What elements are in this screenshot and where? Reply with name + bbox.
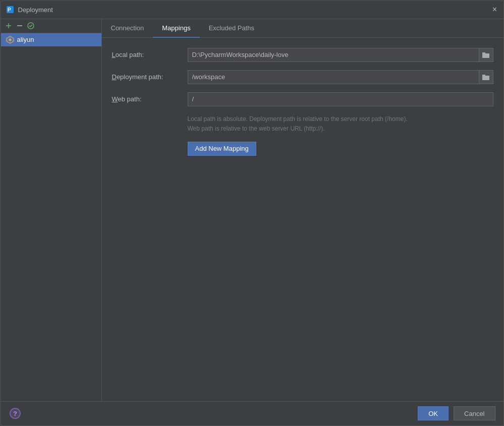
footer: ? OK Cancel bbox=[1, 401, 503, 425]
web-path-row: Web path: bbox=[112, 92, 493, 106]
check-connection-button[interactable] bbox=[26, 21, 35, 30]
main-content: aliyun Connection Mappings Excluded Path… bbox=[1, 19, 503, 401]
deployment-path-input[interactable] bbox=[188, 70, 479, 84]
dialog-title: Deployment bbox=[18, 6, 491, 14]
mappings-panel: Local path: D bbox=[102, 38, 503, 401]
server-icon bbox=[6, 36, 14, 44]
hint-text: Local path is absolute. Deployment path … bbox=[188, 114, 493, 134]
web-path-input-wrap bbox=[188, 92, 493, 106]
close-button[interactable]: × bbox=[491, 6, 498, 13]
deployment-path-browse-button[interactable] bbox=[479, 70, 493, 84]
local-path-row: Local path: bbox=[112, 48, 493, 62]
svg-text:?: ? bbox=[13, 410, 17, 417]
svg-line-13 bbox=[7, 38, 9, 39]
help-icon[interactable]: ? bbox=[9, 407, 21, 419]
svg-point-7 bbox=[9, 38, 11, 41]
svg-rect-16 bbox=[482, 76, 489, 80]
footer-right: OK Cancel bbox=[418, 406, 495, 420]
local-path-label: Local path: bbox=[112, 51, 188, 58]
deployment-dialog: P Deployment × bbox=[1, 1, 504, 426]
sidebar-toolbar bbox=[1, 19, 101, 33]
folder-icon bbox=[482, 52, 489, 58]
tab-excluded-paths[interactable]: Excluded Paths bbox=[200, 19, 263, 38]
cancel-button[interactable]: Cancel bbox=[454, 406, 495, 420]
remove-server-button[interactable] bbox=[15, 21, 24, 30]
deployment-path-row: Deployment path: bbox=[112, 70, 493, 84]
add-new-mapping-button[interactable]: Add New Mapping bbox=[188, 142, 256, 156]
hint-line2: Web path is relative to the web server U… bbox=[188, 125, 325, 132]
sidebar: aliyun bbox=[1, 19, 102, 401]
web-path-label: Web path: bbox=[112, 95, 188, 103]
svg-rect-17 bbox=[482, 75, 485, 76]
local-path-input[interactable] bbox=[188, 48, 479, 62]
content-area: Connection Mappings Excluded Paths Local… bbox=[102, 19, 503, 401]
ok-button[interactable]: OK bbox=[418, 406, 449, 420]
local-path-browse-button[interactable] bbox=[479, 48, 493, 62]
svg-rect-14 bbox=[482, 53, 489, 58]
svg-rect-15 bbox=[482, 52, 485, 54]
sidebar-item-label: aliyun bbox=[17, 36, 34, 43]
title-bar: P Deployment × bbox=[1, 1, 503, 19]
title-bar-controls: × bbox=[491, 6, 498, 13]
deployment-path-input-wrap bbox=[188, 70, 493, 84]
footer-left: ? bbox=[9, 407, 21, 419]
add-server-button[interactable] bbox=[4, 21, 13, 30]
app-icon: P bbox=[6, 6, 14, 14]
deployment-path-label: Deployment path: bbox=[112, 73, 188, 81]
hint-line1: Local path is absolute. Deployment path … bbox=[188, 115, 408, 123]
local-path-input-wrap bbox=[188, 48, 493, 62]
sidebar-item-aliyun[interactable]: aliyun bbox=[1, 33, 101, 46]
svg-text:P: P bbox=[8, 7, 11, 13]
tab-mappings[interactable]: Mappings bbox=[153, 19, 199, 38]
tab-connection[interactable]: Connection bbox=[102, 19, 153, 38]
folder-icon bbox=[482, 74, 489, 80]
tab-bar: Connection Mappings Excluded Paths bbox=[102, 19, 503, 38]
svg-line-12 bbox=[7, 40, 9, 41]
web-path-input[interactable] bbox=[188, 92, 493, 106]
